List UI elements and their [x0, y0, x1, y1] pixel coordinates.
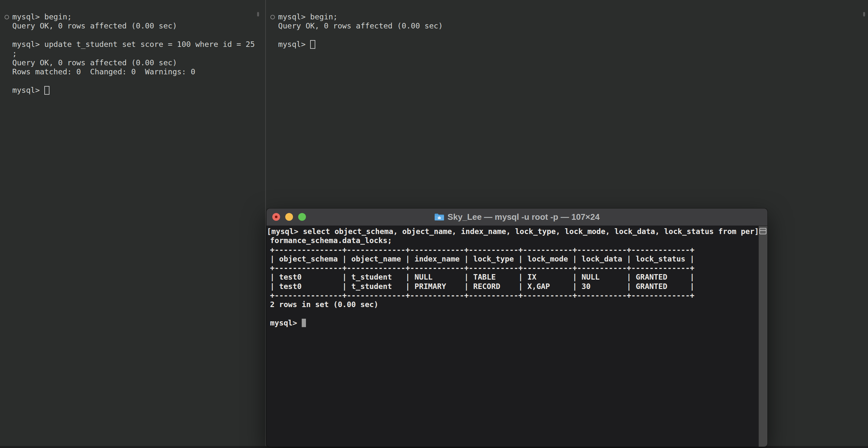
prompt-marker-icon — [270, 15, 275, 20]
prompt-label: mysql> — [278, 40, 310, 49]
terminal-line: | test0 | t_student | PRIMARY | RECORD |… — [270, 282, 768, 291]
terminal-line: 2 rows in set (0.00 sec) — [270, 300, 768, 309]
right-pane-lines: mysql> begin;Query OK, 0 rows affected (… — [278, 12, 443, 40]
text-cursor — [310, 40, 315, 49]
terminal-output-lines: [mysql> select object_schema, object_nam… — [270, 227, 768, 318]
terminal-line: [mysql> select object_schema, object_nam… — [267, 227, 768, 236]
terminal-line: +---------------+-------------+---------… — [270, 245, 768, 254]
terminal-prompt-line: mysql> — [270, 318, 768, 327]
window-title: Sky_Lee — mysql -u root -p — 107×24 — [447, 212, 599, 222]
terminal-line: +---------------+-------------+---------… — [270, 291, 768, 300]
titlebar[interactable]: Sky_Lee — mysql -u root -p — 107×24 — [267, 209, 768, 226]
terminal-line: Rows matched: 0 Changed: 0 Warnings: 0 — [12, 67, 255, 76]
terminal-line: | object_schema | object_name | index_na… — [270, 254, 768, 263]
terminal-line: mysql> begin; — [278, 12, 443, 21]
terminal-content[interactable]: [mysql> select object_schema, object_nam… — [267, 226, 768, 447]
left-pane-prompt-line: mysql> — [12, 86, 255, 95]
terminal-line: | test0 | t_student | NULL | TABLE | IX … — [270, 273, 768, 282]
terminal-line: ; — [12, 49, 255, 58]
split-pane-button[interactable] — [760, 228, 767, 234]
terminal-line: Query OK, 0 rows affected (0.00 sec) — [12, 58, 255, 67]
terminal-line — [12, 76, 255, 86]
right-pane-output: mysql> begin;Query OK, 0 rows affected (… — [278, 12, 443, 49]
terminal-pane-left[interactable]: mysql> begin;Query OK, 0 rows affected (… — [0, 0, 265, 446]
terminal-line: mysql> begin; — [12, 12, 255, 21]
terminal-line: Query OK, 0 rows affected (0.00 sec) — [278, 21, 443, 30]
zoom-button[interactable] — [298, 213, 306, 221]
window-title-group: Sky_Lee — mysql -u root -p — 107×24 — [434, 212, 599, 222]
traffic-lights — [272, 213, 306, 221]
left-pane-lines: mysql> begin;Query OK, 0 rows affected (… — [12, 12, 255, 86]
terminal-scrollbar[interactable] — [759, 226, 768, 447]
terminal-line — [278, 31, 443, 40]
block-cursor — [302, 319, 306, 327]
left-pane-output: mysql> begin;Query OK, 0 rows affected (… — [12, 12, 255, 95]
terminal-line: formance_schema.data_locks; — [270, 236, 768, 245]
prompt-label: mysql> — [12, 86, 44, 95]
prompt-marker-icon — [4, 15, 9, 20]
terminal-line: mysql> update t_student set score = 100 … — [12, 40, 255, 49]
terminal-line — [270, 309, 768, 318]
terminal-line: +---------------+-------------+---------… — [270, 263, 768, 273]
terminal-line: Query OK, 0 rows affected (0.00 sec) — [12, 21, 255, 30]
terminal-line — [12, 31, 255, 40]
left-pane-scrollbar-thumb[interactable] — [257, 12, 259, 17]
terminal-window[interactable]: Sky_Lee — mysql -u root -p — 107×24 [mys… — [267, 209, 768, 447]
right-pane-scrollbar-thumb[interactable] — [863, 12, 865, 17]
close-button[interactable] — [272, 213, 280, 221]
minimize-button[interactable] — [285, 213, 293, 221]
text-cursor — [44, 86, 50, 95]
home-folder-icon — [434, 213, 444, 221]
prompt-label: mysql> — [270, 318, 302, 327]
right-pane-prompt-line: mysql> — [278, 40, 443, 49]
